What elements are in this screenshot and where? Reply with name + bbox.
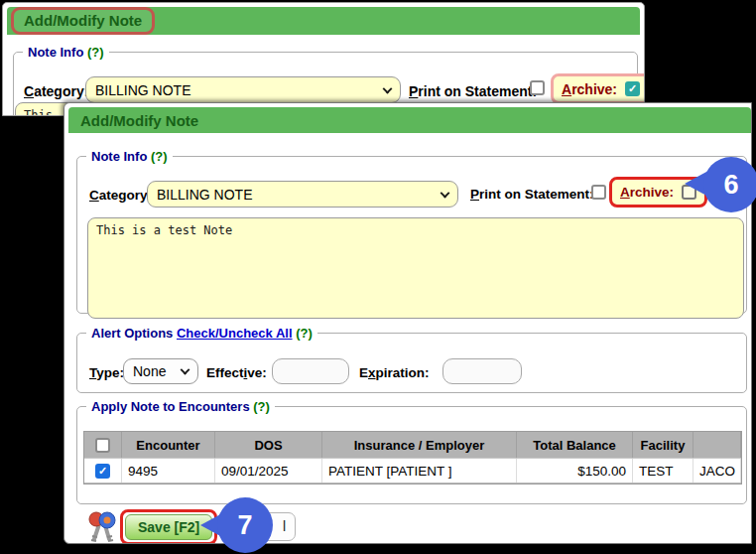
print-on-statement-checkbox[interactable] (591, 185, 606, 200)
encounter-cell: 9495 (122, 459, 215, 483)
select-all-header-cell (84, 432, 122, 458)
column-header-total-balance[interactable]: Total Balance (517, 432, 633, 458)
rear-window-titlebar: Add/Modify Note (7, 7, 640, 35)
alert-type-select[interactable]: None (123, 358, 198, 384)
note-textarea[interactable]: This is a test Note (87, 217, 744, 319)
save-button[interactable]: Save [F2] (125, 514, 212, 540)
encounters-table-header: Encounter DOS Insurance / Employer Total… (84, 432, 741, 458)
type-label: Type: (89, 365, 124, 380)
category-label: Category: (89, 188, 152, 203)
rear-archive-label: Archive: (562, 81, 617, 97)
callout-6-badge: 6 (703, 157, 756, 212)
archive-label: Archive: (620, 185, 674, 200)
title-annotation-box: Add/Modify Note (11, 7, 155, 35)
help-icon[interactable]: (?) (87, 45, 104, 60)
chevron-down-icon (383, 83, 393, 93)
rear-window-title: Add/Modify Note (24, 12, 142, 29)
help-icon[interactable]: (?) (296, 326, 313, 341)
dos-cell: 09/01/2025 (215, 459, 322, 483)
rear-add-modify-note-window: Add/Modify Note Note Info (?) Category: … (2, 2, 645, 116)
table-row[interactable]: ✓ 9495 09/01/2025 PATIENT [PATIENT ] $15… (84, 458, 741, 484)
rear-archive-annotation-box: Archive: ✓ (551, 73, 645, 104)
effective-date-input[interactable] (272, 358, 349, 384)
encounters-fieldset: Apply Note to Encounters (?) Encounter D… (76, 399, 747, 504)
column-header-dos[interactable]: DOS (215, 432, 322, 458)
keys-icon (86, 510, 118, 544)
help-icon[interactable]: (?) (151, 149, 168, 164)
total-balance-cell: $150.00 (517, 459, 633, 483)
column-header-insurance[interactable]: Insurance / Employer (322, 432, 517, 458)
callout-7-badge: 7 (217, 497, 273, 553)
rear-print-on-statement-label: Print on Statement: (409, 83, 537, 99)
rear-archive-checkbox[interactable]: ✓ (625, 81, 640, 96)
encounters-table: Encounter DOS Insurance / Employer Total… (83, 431, 742, 485)
category-select[interactable]: BILLING NOTE (147, 181, 458, 208)
expiration-date-input[interactable] (442, 358, 522, 384)
note-info-fieldset: Note Info (?) Category: BILLING NOTE Pri… (76, 149, 747, 314)
provider-cell-cutoff: JACO (693, 459, 741, 483)
chevron-down-icon (441, 188, 450, 198)
rear-category-label: Category: (24, 83, 88, 99)
expiration-label: Expiration: (359, 365, 430, 380)
rear-print-on-statement-checkbox[interactable] (530, 80, 545, 95)
annotated-screenshot: { "icons": { "dropdown_arrow": "chevron-… (0, 0, 756, 554)
row-select-cell: ✓ (84, 459, 122, 483)
encounters-legend: Apply Note to Encounters (?) (86, 399, 275, 414)
select-all-checkbox[interactable] (95, 438, 110, 453)
help-icon[interactable]: (?) (253, 399, 270, 414)
row-select-checkbox[interactable]: ✓ (95, 464, 110, 479)
check-uncheck-all-link[interactable]: Check/Uncheck All (177, 326, 293, 341)
note-info-legend: Note Info (?) (86, 149, 173, 164)
rear-note-info-legend: Note Info (?) (23, 45, 109, 60)
dialog-titlebar: Add/Modify Note (68, 107, 751, 133)
print-on-statement-label: Print on Statement: (470, 187, 594, 202)
facility-cell: TEST (633, 459, 693, 483)
alert-options-fieldset: Alert Options Check/Uncheck All (?) Type… (76, 326, 747, 393)
column-header-facility[interactable]: Facility (633, 432, 693, 458)
rear-category-select[interactable]: BILLING NOTE (85, 76, 401, 103)
chevron-down-icon (181, 365, 190, 375)
column-header-cutoff (693, 432, 741, 458)
alert-options-legend: Alert Options Check/Uncheck All (?) (86, 326, 317, 341)
add-modify-note-dialog: Add/Modify Note Note Info (?) Category: … (63, 102, 752, 544)
dialog-footer: Save [F2] l (64, 508, 751, 544)
insurance-cell: PATIENT [PATIENT ] (322, 459, 517, 483)
effective-label: Effective: (206, 365, 267, 380)
dialog-title: Add/Modify Note (68, 112, 198, 129)
column-header-encounter[interactable]: Encounter (122, 432, 215, 458)
